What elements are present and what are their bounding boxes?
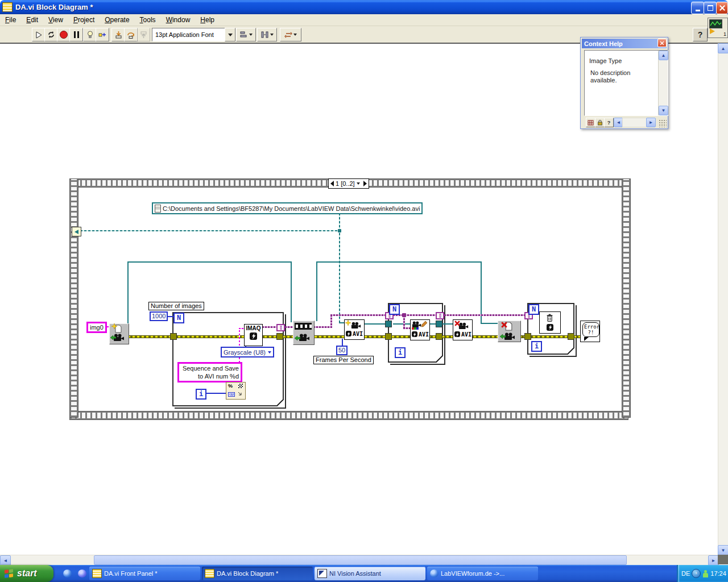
count-constant[interactable]: 1000 (150, 311, 168, 321)
taskbar-item-labviewforum[interactable]: LabVIEWforum.de ->... (427, 567, 538, 580)
clock[interactable]: 17:24 (710, 570, 726, 577)
menu-item-project[interactable]: Project (73, 16, 94, 24)
error-tunnel[interactable] (524, 333, 531, 340)
error-tunnel[interactable] (385, 333, 392, 340)
context-help-close-button[interactable] (657, 39, 667, 47)
loop-count-terminal[interactable]: N (173, 313, 184, 323)
menu-item-operate[interactable]: Operate (105, 16, 129, 24)
error-tunnel[interactable] (170, 333, 177, 340)
image-to-array-node[interactable] (293, 321, 315, 345)
taskbar-item-front-panel[interactable]: DA.vi Front Panel * (89, 567, 200, 580)
menu-item-view[interactable]: View (48, 16, 63, 24)
avi-write-frame-node[interactable]: AVI (410, 319, 430, 340)
messenger-icon[interactable] (702, 570, 709, 577)
step-out-button[interactable] (136, 28, 150, 41)
avi-create-node[interactable]: AVI (344, 319, 365, 340)
start-button[interactable]: start (0, 565, 53, 582)
context-help-window[interactable]: Context Help Image Type No description a… (580, 37, 668, 129)
scroll-left-button[interactable]: ◄ (0, 555, 11, 566)
menu-item-file[interactable]: File (5, 16, 16, 24)
sequence-structure-border-bottom[interactable] (70, 411, 628, 419)
context-help-vscrollbar[interactable]: ▲ ▼ (658, 51, 668, 115)
vertical-scrollbar[interactable] (718, 43, 728, 556)
highlight-execution-button[interactable] (83, 28, 97, 41)
sequence-local-tunnel[interactable] (72, 227, 81, 236)
menu-item-edit[interactable]: Edit (26, 16, 38, 24)
image-array-tunnel[interactable]: [] (436, 312, 444, 319)
n-glyph: N (392, 305, 396, 313)
previous-frame-icon[interactable] (330, 181, 334, 186)
loop-iteration-terminal[interactable]: i (531, 341, 542, 352)
scroll-down-button[interactable]: ▼ (718, 545, 728, 555)
step-into-button[interactable] (111, 28, 125, 41)
loop-count-terminal[interactable]: N (389, 304, 400, 315)
run-button[interactable] (32, 28, 46, 41)
retain-wire-values-button[interactable] (96, 28, 109, 41)
error-tunnel[interactable] (276, 333, 283, 340)
align-objects-button[interactable] (236, 28, 256, 41)
quicklaunch-browser-icon[interactable] (78, 569, 86, 577)
loop-count-terminal[interactable]: N (528, 304, 539, 315)
avi-refnum-tunnel[interactable] (385, 321, 392, 327)
font-selector[interactable]: 13pt Application Font (152, 28, 229, 41)
next-frame-icon[interactable] (363, 181, 367, 186)
scroll-up-icon[interactable]: ▲ (659, 51, 668, 60)
error-tunnel[interactable] (568, 333, 574, 340)
menu-item-help[interactable]: Help (200, 16, 214, 24)
step-over-button[interactable] (124, 28, 138, 41)
menu-item-window[interactable]: Window (166, 16, 191, 24)
scroll-down-icon[interactable]: ▼ (659, 106, 668, 115)
simple-error-handler-node[interactable]: Error ?! (580, 321, 600, 342)
horizontal-scroll-thumb[interactable] (94, 555, 627, 565)
avi-close-node[interactable]: AVI (453, 319, 473, 340)
labview-window: DA.vi Block Diagram * File Edit View Pro… (0, 0, 728, 582)
taskbar-item-vision-assistant[interactable]: NI Vision Assistant (315, 567, 425, 580)
run-continuous-button[interactable] (44, 28, 58, 41)
grayscale-enum-constant[interactable]: Grayscale (U8) (221, 347, 274, 357)
avi-path-constant[interactable]: C:\Documents and Settings\BF5287\My Docu… (152, 202, 423, 214)
detailed-help-button[interactable]: ? (604, 118, 614, 127)
hide-icons-chevron[interactable]: ‹ (692, 569, 701, 578)
taskbar-item-block-diagram[interactable]: DA.vi Block Diagram * (202, 567, 313, 580)
context-help-titlebar[interactable]: Context Help (582, 39, 667, 48)
quicklaunch-ie-icon[interactable] (63, 569, 72, 577)
context-help-scroll-right-button[interactable]: ► (646, 118, 656, 127)
context-help-toggle-button[interactable]: ? (693, 28, 708, 41)
font-selector-dropdown[interactable] (225, 28, 235, 41)
img0-constant[interactable]: img0 (86, 322, 107, 333)
image-array-tunnel[interactable]: [] (276, 324, 285, 331)
scroll-up-button[interactable]: ▲ (718, 43, 728, 53)
menu-item-tools[interactable]: Tools (140, 16, 156, 24)
language-indicator[interactable]: DE (681, 570, 690, 577)
resize-grip[interactable] (659, 119, 667, 127)
avi-name-format-constant[interactable]: Sequence and Save to AVI num %d (177, 362, 242, 383)
loop-iteration-terminal[interactable]: i (395, 347, 406, 358)
context-help-hscroll-track[interactable] (622, 118, 647, 127)
avi-refnum-tunnel[interactable] (436, 321, 442, 327)
lock-help-button[interactable] (595, 118, 605, 127)
imaq-dispose-node[interactable] (539, 311, 561, 334)
reorder-button[interactable] (280, 28, 301, 41)
sequence-structure-border-right[interactable] (622, 179, 630, 417)
imaq-getimage-node[interactable]: IMAQ (244, 324, 263, 346)
show-terminals-button[interactable] (586, 118, 595, 127)
vi-icon[interactable]: 1 (708, 18, 728, 38)
fps-constant[interactable]: 50 (336, 346, 348, 355)
minimize-icon (696, 10, 700, 11)
close-button[interactable] (716, 2, 728, 14)
error-tunnel[interactable] (436, 333, 442, 340)
pause-button[interactable] (69, 28, 83, 41)
minimize-button[interactable] (691, 2, 704, 14)
distribute-objects-button[interactable] (257, 28, 277, 41)
sequence-frame-selector[interactable]: 1 [0..2] (328, 178, 369, 189)
abort-button[interactable] (57, 28, 71, 41)
title-bar[interactable]: DA.vi Block Diagram * (0, 0, 728, 14)
sequence-structure-border-left[interactable] (70, 179, 78, 417)
rgb-blue-icon (416, 327, 419, 330)
imaq-create-image-node[interactable] (109, 323, 129, 344)
loop-iteration-terminal[interactable]: i (196, 389, 206, 400)
restore-button[interactable] (704, 2, 717, 14)
imaq-dispose-helper-node[interactable] (498, 321, 521, 342)
chevron-down-icon[interactable] (357, 182, 360, 185)
format-into-string-node[interactable]: % I32 (226, 382, 246, 400)
